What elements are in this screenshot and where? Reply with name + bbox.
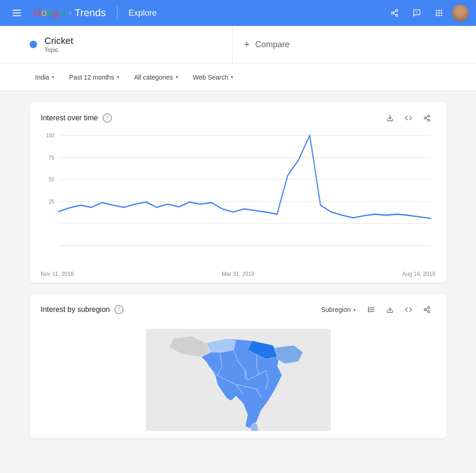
search-row: Cricket Topic + Compare <box>30 26 446 63</box>
compare-plus-icon: + <box>244 38 250 50</box>
search-type-filter-label: Web Search <box>193 74 229 81</box>
share-button[interactable] <box>385 4 404 22</box>
search-term-name: Cricket <box>44 36 73 46</box>
chart-x-label-3: Aug 18, 2019 <box>402 271 435 277</box>
svg-rect-2 <box>12 15 21 16</box>
menu-button[interactable] <box>7 4 26 22</box>
svg-line-24 <box>426 116 428 118</box>
subregion-help-icon[interactable]: ? <box>114 305 124 314</box>
interest-by-subregion-card: Interest by subregion ? Subregion ▾ <box>30 294 446 438</box>
subregion-chevron-icon: ▾ <box>353 307 356 312</box>
trends-logo-text: Trends <box>74 7 106 19</box>
explore-label: Explore <box>129 8 157 18</box>
time-filter-label: Past 12 months <box>69 74 114 81</box>
embed-button-interest[interactable] <box>400 110 417 126</box>
user-avatar[interactable] <box>452 5 469 21</box>
interest-over-time-card: Interest over time ? <box>30 102 446 283</box>
svg-rect-10 <box>436 10 437 11</box>
filter-bar: India ▾ Past 12 months ▾ All categories … <box>0 63 476 91</box>
svg-point-38 <box>368 307 369 308</box>
category-chevron-icon: ▾ <box>176 75 178 80</box>
india-map-svg <box>146 329 331 431</box>
header-divider <box>117 6 117 20</box>
logo-link[interactable]: Google · Trends <box>33 7 106 19</box>
search-term-dot <box>30 41 37 48</box>
svg-rect-0 <box>12 10 21 11</box>
subregion-title: Interest by subregion <box>41 305 110 314</box>
time-filter[interactable]: Past 12 months ▾ <box>63 70 124 85</box>
list-view-button[interactable] <box>363 301 380 318</box>
subregion-right: Subregion ▾ <box>315 301 435 318</box>
search-type-chevron-icon: ▾ <box>231 75 233 80</box>
feedback-button[interactable] <box>408 4 426 22</box>
compare-label: Compare <box>255 40 290 50</box>
svg-rect-14 <box>439 12 440 14</box>
svg-line-23 <box>426 118 428 120</box>
svg-text:25: 25 <box>49 198 54 205</box>
svg-line-7 <box>393 11 396 12</box>
app-header: Google · Trends Explore <box>0 0 476 26</box>
search-area: Cricket Topic + Compare <box>0 26 476 63</box>
svg-text:100: 100 <box>46 132 54 138</box>
subregion-dropdown[interactable]: Subregion ▾ <box>315 303 361 316</box>
svg-rect-1 <box>12 12 21 13</box>
svg-rect-15 <box>441 12 442 14</box>
subregion-dropdown-label: Subregion <box>321 306 351 313</box>
card-actions-interest <box>382 110 435 126</box>
apps-button[interactable] <box>430 4 448 22</box>
embed-button-subregion[interactable] <box>400 301 417 318</box>
share-button-subregion[interactable] <box>419 301 435 318</box>
compare-box[interactable]: + Compare <box>233 26 446 63</box>
search-type-filter[interactable]: Web Search ▾ <box>187 70 239 85</box>
share-button-interest[interactable] <box>419 110 435 126</box>
download-button-subregion[interactable] <box>382 301 398 318</box>
time-chevron-icon: ▾ <box>117 75 119 80</box>
svg-point-39 <box>368 309 369 310</box>
card-header-interest: Interest over time ? <box>30 102 446 130</box>
card-title-row-interest: Interest over time ? <box>41 113 112 123</box>
svg-text:50: 50 <box>49 176 54 182</box>
svg-rect-16 <box>436 15 437 16</box>
interest-chart-svg: 100 75 50 25 <box>41 130 435 261</box>
region-filter[interactable]: India ▾ <box>30 70 60 85</box>
interest-over-time-title: Interest over time <box>41 114 98 122</box>
google-logo-text: Google <box>33 7 66 19</box>
svg-line-6 <box>393 13 396 15</box>
main-content: Interest over time ? <box>0 91 476 461</box>
subregion-header: Interest by subregion ? Subregion ▾ <box>30 294 446 322</box>
search-term-info: Cricket Topic <box>44 36 73 53</box>
interest-chart-container: 100 75 50 25 <box>30 130 446 269</box>
svg-rect-11 <box>439 10 440 11</box>
chart-x-label-2: Mar 31, 2019 <box>222 271 254 277</box>
region-filter-label: India <box>35 74 49 81</box>
svg-rect-13 <box>436 12 437 14</box>
search-term-box: Cricket Topic <box>30 26 233 63</box>
header-icons <box>385 4 469 22</box>
svg-rect-18 <box>441 15 442 16</box>
search-term-type: Topic <box>44 46 73 53</box>
subregion-left: Interest by subregion ? <box>41 305 124 314</box>
interest-help-icon[interactable]: ? <box>103 113 112 123</box>
download-button-interest[interactable] <box>382 110 398 126</box>
chart-x-labels: Nov 11, 2018 Mar 31, 2019 Aug 18, 2019 <box>30 269 446 283</box>
map-container <box>30 322 446 438</box>
svg-rect-12 <box>441 10 442 11</box>
svg-line-45 <box>426 310 428 311</box>
svg-line-46 <box>426 308 428 309</box>
region-chevron-icon: ▾ <box>52 75 54 80</box>
svg-text:75: 75 <box>49 154 54 161</box>
category-filter-label: All categories <box>134 74 173 81</box>
chart-x-label-1: Nov 11, 2018 <box>41 271 74 277</box>
svg-point-40 <box>368 311 369 312</box>
svg-rect-17 <box>439 15 440 16</box>
category-filter[interactable]: All categories ▾ <box>129 70 184 85</box>
